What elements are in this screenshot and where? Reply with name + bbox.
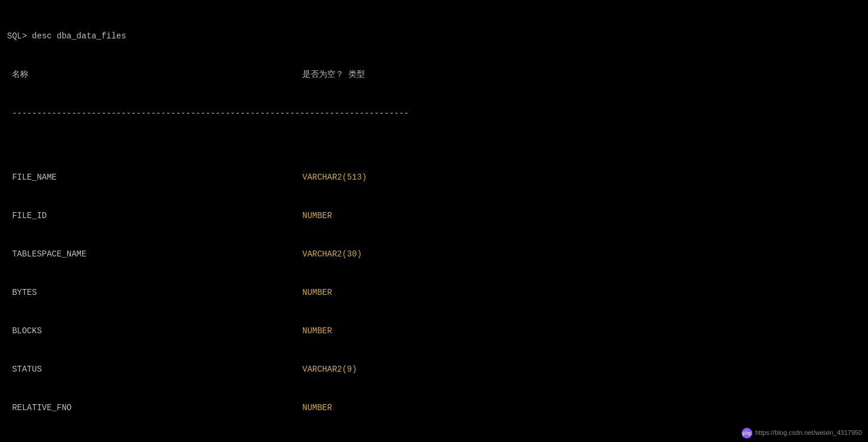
col-name-filename: FILE_NAME bbox=[7, 171, 302, 184]
table-row: STATUS VARCHAR2(9) bbox=[7, 363, 861, 376]
desc-command-line: SQL> desc dba_data_files bbox=[7, 30, 861, 43]
header-divider: ----------------------------------------… bbox=[7, 108, 861, 121]
table-row: BYTES NUMBER bbox=[7, 287, 861, 300]
table-header: 名称 是否为空？ 类型 bbox=[7, 69, 861, 82]
col-type-blocks: NUMBER bbox=[302, 325, 332, 338]
col-name-blocks: BLOCKS bbox=[7, 325, 302, 338]
col-type-relativefno: NUMBER bbox=[302, 402, 332, 415]
col-header-nullable: 是否为空？ 类型 bbox=[302, 69, 365, 82]
col-type-fileid: NUMBER bbox=[302, 210, 332, 223]
table-row: BLOCKS NUMBER bbox=[7, 325, 861, 338]
col-type-status: VARCHAR2(9) bbox=[302, 363, 357, 376]
table-row: FILE_ID NUMBER bbox=[7, 210, 861, 223]
col-name-fileid: FILE_ID bbox=[7, 210, 302, 223]
php-badge-icon: php bbox=[742, 428, 752, 438]
col-header-name: 名称 bbox=[7, 69, 302, 82]
col-name-relativefno: RELATIVE_FNO bbox=[7, 402, 302, 415]
col-type-tablespacename: VARCHAR2(30) bbox=[302, 248, 362, 261]
col-type-filename: VARCHAR2(513) bbox=[302, 171, 367, 184]
col-type-bytes: NUMBER bbox=[302, 287, 332, 300]
col-name-status: STATUS bbox=[7, 363, 302, 376]
table-row: TABLESPACE_NAME VARCHAR2(30) bbox=[7, 248, 861, 261]
terminal-window: SQL> desc dba_data_files 名称 是否为空？ 类型 ---… bbox=[0, 0, 868, 442]
watermark: php https://blog.csdn.net/weixin_4317950 bbox=[742, 428, 862, 438]
col-name-tablespacename: TABLESPACE_NAME bbox=[7, 248, 302, 261]
table-row: FILE_NAME VARCHAR2(513) bbox=[7, 171, 861, 184]
watermark-url: https://blog.csdn.net/weixin_4317950 bbox=[755, 429, 862, 436]
table-row: RELATIVE_FNO NUMBER bbox=[7, 402, 861, 415]
col-name-bytes: BYTES bbox=[7, 287, 302, 300]
